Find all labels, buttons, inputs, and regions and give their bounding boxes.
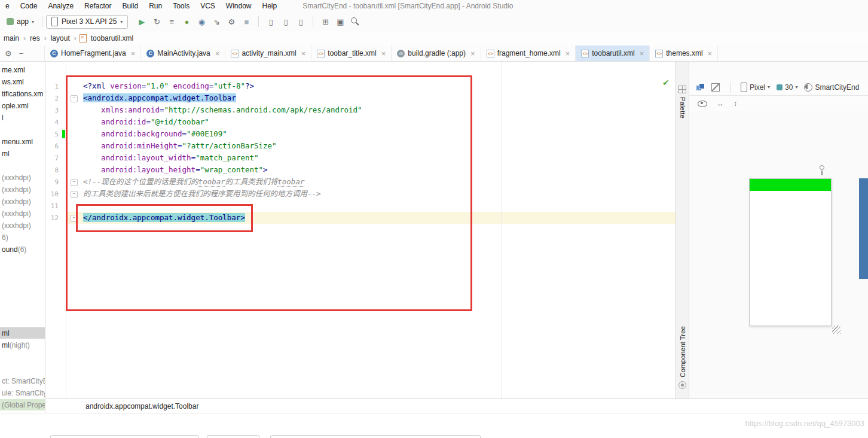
- menu-tools[interactable]: Tools: [167, 0, 195, 12]
- xml-file-icon: [487, 50, 494, 57]
- tab-themes-xml[interactable]: themes.xml×: [650, 45, 718, 61]
- menu-vcs[interactable]: VCS: [195, 0, 221, 12]
- breadcrumb-item-main[interactable]: main: [2, 34, 20, 42]
- menu-analyze[interactable]: Analyze: [42, 0, 79, 12]
- fold-marker[interactable]: −: [71, 179, 78, 186]
- debug-icon[interactable]: ●: [180, 15, 193, 28]
- breadcrumb-separator: ›: [74, 34, 77, 42]
- project-tree-item[interactable]: (Global Prope: [0, 399, 45, 410]
- breadcrumb-item-res[interactable]: res: [29, 34, 41, 42]
- hide-panel-icon[interactable]: −: [19, 49, 24, 58]
- tab-toobar-title-xml[interactable]: toobar_title.xml×: [311, 45, 392, 61]
- project-tree-item[interactable]: ml: [0, 327, 45, 339]
- component-tree-tool-button[interactable]: Component Tree: [678, 326, 686, 393]
- close-icon[interactable]: ×: [381, 50, 386, 57]
- code-token: 的工具类创建出来后就是方便在我们的程序要用到的任何的地方调用-->: [83, 189, 321, 198]
- layout-preview[interactable]: [749, 178, 832, 326]
- api-level-selector[interactable]: 30 ▾: [777, 83, 797, 92]
- project-tree-item[interactable]: ml: [0, 148, 45, 159]
- avd-manager-icon[interactable]: ▯: [264, 15, 277, 28]
- project-tree-item[interactable]: ound (6): [0, 244, 45, 255]
- close-icon[interactable]: ×: [215, 50, 220, 57]
- stop-icon[interactable]: ■: [240, 15, 253, 28]
- inspection-ok-icon[interactable]: ✔: [662, 78, 670, 87]
- menu-run[interactable]: Run: [143, 0, 167, 12]
- project-tree-item[interactable]: l: [0, 112, 45, 123]
- menu-build[interactable]: Build: [117, 0, 143, 12]
- project-tree-item[interactable]: (xxxhdpi): [0, 220, 45, 231]
- sdk-manager-icon[interactable]: ▯: [294, 15, 307, 28]
- tab-homefragment-java[interactable]: HomeFragment.java×: [45, 45, 141, 61]
- project-tree-item[interactable]: (xxxhdpi): [0, 184, 45, 195]
- run-config-selector[interactable]: app ▾: [2, 16, 38, 27]
- code-token: =: [146, 117, 151, 126]
- project-tree-item[interactable]: ws.xml: [0, 76, 45, 87]
- project-item-label: menu.xml: [2, 138, 33, 146]
- device-selector[interactable]: Pixel 3 XL API 25 ▾: [46, 15, 128, 29]
- project-tree-item[interactable]: tifications.xm: [0, 88, 45, 99]
- gradle-settings-icon[interactable]: ⚙: [225, 15, 238, 28]
- blueprint-toggle-icon[interactable]: [711, 83, 720, 92]
- gutter-line: 6: [45, 140, 66, 152]
- project-tree-item[interactable]: (xxxhdpi): [0, 172, 45, 183]
- breadcrumb-item-toobarutil-xml[interactable]: toobarutil.xml: [90, 34, 135, 42]
- project-tree-item[interactable]: me.xml: [0, 64, 45, 75]
- magnet-widget-icon[interactable]: [819, 165, 825, 176]
- breadcrumb-item-layout[interactable]: layout: [50, 34, 71, 42]
- preview-resize-handle[interactable]: [832, 326, 841, 334]
- close-icon[interactable]: ×: [566, 50, 570, 57]
- project-tree-item[interactable]: ml (night): [0, 339, 45, 351]
- menu-help[interactable]: Help: [257, 0, 283, 12]
- apply-code-changes-icon[interactable]: ≡: [165, 15, 178, 28]
- palette-tool-button[interactable]: Palette: [678, 82, 686, 118]
- close-icon[interactable]: ×: [131, 50, 136, 57]
- project-tree-item[interactable]: menu.xml: [0, 136, 45, 147]
- design-canvas[interactable]: [689, 111, 868, 399]
- build-window-icon[interactable]: ▣: [334, 15, 347, 28]
- tab-mainactivity-java[interactable]: MainActivity.java×: [141, 45, 225, 61]
- menu-code[interactable]: Code: [15, 0, 43, 12]
- layout-inspector-icon[interactable]: ⊞: [319, 15, 332, 28]
- device-sync-icon[interactable]: ▯: [279, 15, 292, 28]
- close-icon[interactable]: ×: [301, 50, 306, 57]
- project-tree-item[interactable]: (xxxhdpi): [0, 208, 45, 219]
- design-surface-icon[interactable]: [696, 83, 705, 91]
- up-down-arrow-icon[interactable]: ↕: [733, 99, 737, 108]
- color-swatch[interactable]: [62, 130, 65, 138]
- project-tree-item[interactable]: ct: SmartCityE: [0, 375, 45, 387]
- view-options-eye-icon[interactable]: [698, 101, 707, 107]
- theme-selector[interactable]: SmartCityEnd: [804, 83, 859, 92]
- project-item-hint: 6): [2, 233, 8, 242]
- close-icon[interactable]: ×: [470, 50, 475, 57]
- menu-e[interactable]: e: [0, 0, 15, 12]
- profiler-icon[interactable]: ◉: [195, 15, 208, 28]
- tab-build-gradle-app[interactable]: build.gradle (:app)×: [392, 45, 481, 61]
- bottom-breadcrumb[interactable]: androidx.appcompat.widget.Toolbar: [85, 402, 198, 410]
- fold-marker[interactable]: −: [71, 191, 78, 198]
- attach-debugger-icon[interactable]: ⇘: [210, 15, 223, 28]
- left-right-arrows-icon[interactable]: ↔: [717, 99, 724, 108]
- project-tree-item[interactable]: (xxxhdpi): [0, 196, 45, 207]
- apply-changes-icon[interactable]: ↻: [150, 15, 163, 28]
- close-icon[interactable]: ×: [708, 50, 713, 57]
- tab-toobarutil-xml[interactable]: toobarutil.xml×: [576, 45, 650, 61]
- preview-toolbar[interactable]: [750, 179, 831, 191]
- tab-activity-main-xml[interactable]: activity_main.xml×: [225, 45, 311, 61]
- settings-gear-icon[interactable]: ⚙: [5, 49, 12, 58]
- project-tree-item[interactable]: ule: SmartCity: [0, 387, 45, 399]
- toolbar-separator: [313, 16, 313, 27]
- run-icon[interactable]: ▶: [135, 15, 148, 28]
- code-editor[interactable]: <?xml version="1.0" encoding="utf-8"?>−<…: [66, 62, 676, 399]
- project-tree-item[interactable]: 6): [0, 232, 45, 243]
- search-everywhere-icon[interactable]: [349, 15, 362, 28]
- tab-fragment-home-xml[interactable]: fragment_home.xml×: [481, 45, 576, 61]
- project-panel[interactable]: me.xmlws.xmltifications.xmople.xmllmenu.…: [0, 62, 45, 413]
- menu-refactor[interactable]: Refactor: [79, 0, 117, 12]
- fold-marker[interactable]: −: [71, 95, 78, 102]
- menu-window[interactable]: Window: [221, 0, 257, 12]
- cropped-panel: [270, 435, 481, 438]
- preview-device-selector[interactable]: Pixel ▾: [741, 83, 770, 92]
- close-icon[interactable]: ×: [640, 50, 644, 57]
- project-tree-item[interactable]: ople.xml: [0, 100, 45, 111]
- fold-marker[interactable]: −: [71, 215, 78, 222]
